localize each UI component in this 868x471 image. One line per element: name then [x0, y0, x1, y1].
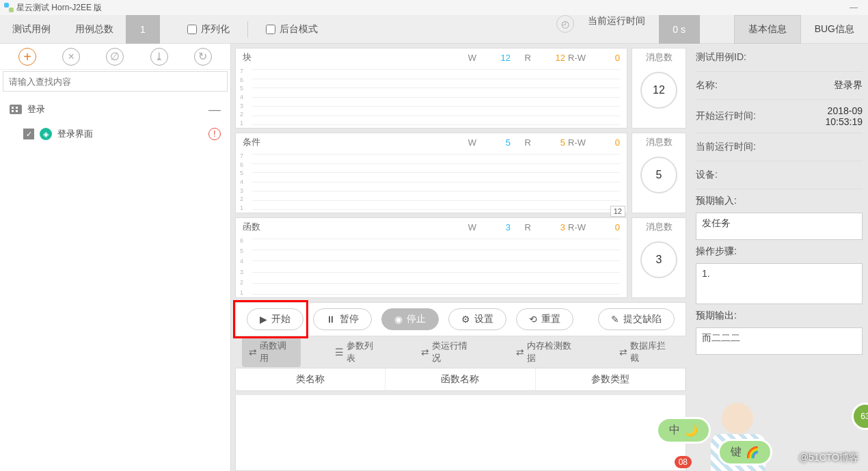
minimize-icon[interactable]: — — [843, 3, 864, 12]
metric-condition: 条件 W5 R5 R-W0 7654321 12 消息数 5 — [235, 133, 686, 213]
metric-block: 块 W12 R12 R-W0 7654321 消息数 12 — [235, 48, 686, 129]
steps-box[interactable]: 1. — [696, 263, 863, 304]
function-chart: 654321 — [236, 236, 627, 297]
search-input[interactable] — [3, 77, 227, 87]
ime-bubble[interactable]: 中🌙 — [656, 417, 711, 444]
import-button[interactable]: ⤓ — [150, 48, 168, 66]
condition-chart: 7654321 12 — [236, 151, 627, 213]
warning-icon: ! — [208, 128, 221, 140]
tree-group[interactable]: 登录 — — [0, 97, 230, 122]
runtime-label: 当前运行时间 — [574, 15, 659, 43]
tab-bug-info[interactable]: BUG信息 — [801, 15, 868, 44]
tooltip-badge: 12 — [610, 206, 625, 217]
tree-group-label: 登录 — [27, 103, 45, 116]
value-name: 登录界 — [834, 79, 863, 92]
watermark: @51CTO博客 — [799, 452, 858, 464]
background-checkbox[interactable]: 后台模式 — [266, 23, 318, 36]
testcase-label: 测试用例 — [0, 23, 63, 36]
stop-button[interactable]: ◉停止 — [381, 308, 439, 330]
avatar-badge: 08 — [675, 456, 692, 468]
refresh-icon: ⟲ — [529, 314, 537, 325]
checkbox-icon[interactable]: ✓ — [23, 129, 34, 139]
metric-name: 块 — [243, 51, 456, 64]
list-icon: ☰ — [335, 347, 344, 358]
page-icon: ◈ — [40, 128, 52, 140]
clock-icon: ◴ — [556, 15, 574, 33]
subtabs: ⇄函数调用 ☰参数列表 ⇄类运行情况 ⇄内存检测数据 ⇄数据库拦截 — [235, 340, 686, 364]
expected-input-box[interactable]: 发任务 — [696, 213, 863, 240]
delete-button[interactable]: × — [62, 48, 80, 66]
topbar: 测试用例 用例总数 1 序列化 后台模式 ◴ 当前运行时间 0 s 基本信息 B… — [0, 15, 868, 44]
subtab-mem[interactable]: ⇄内存检测数据 — [509, 337, 585, 367]
subtab-class-run[interactable]: ⇄类运行情况 — [414, 337, 481, 367]
reset-button[interactable]: ⟲重置 — [516, 308, 573, 330]
collapse-icon[interactable]: — — [208, 103, 221, 117]
stop-icon: ◉ — [394, 314, 403, 325]
total-count: 1 — [126, 15, 160, 44]
table-header: 类名称 函数名称 参数类型 — [235, 368, 686, 391]
label-current-time: 当前运行时间: — [696, 141, 863, 153]
label-start-time: 开始运行时间: — [696, 110, 826, 122]
list-icon: ⇄ — [249, 347, 257, 358]
edit-icon: ✎ — [611, 314, 619, 325]
list-icon: ⇄ — [421, 347, 429, 358]
col-class-name: 类名称 — [236, 368, 385, 390]
metric-function: 函数 W3 R3 R-W0 654321 消息数 3 — [235, 217, 686, 298]
label-device: 设备: — [696, 169, 863, 181]
edit-button[interactable]: ∅ — [106, 48, 124, 66]
submit-defect-button[interactable]: ✎提交缺陷 — [598, 308, 675, 330]
folder-icon — [10, 105, 22, 114]
msg-count-value: 12 — [640, 72, 677, 109]
app-title: 星云测试 Horn-J2EE 版 — [16, 2, 102, 14]
refresh-button[interactable]: ↻ — [194, 48, 212, 66]
ime-bubble-2[interactable]: 键🌈 — [718, 439, 772, 466]
label-expected-output: 预期输出: — [696, 310, 863, 322]
sidebar-toolbar: + × ∅ ⤓ ↻ — [0, 44, 230, 70]
table-body — [235, 395, 686, 471]
msg-count-label: 消息数 — [646, 49, 673, 66]
subtab-func-call[interactable]: ⇄函数调用 — [242, 337, 301, 367]
start-button[interactable]: ▶开始 — [247, 308, 303, 330]
list-icon: ⇄ — [619, 347, 627, 358]
sidebar: + × ∅ ⤓ ↻ 登录 — ✓ ◈ 登录界面 ! — [0, 44, 231, 471]
tree-item-label: 登录界面 — [57, 128, 93, 140]
add-button[interactable]: + — [18, 48, 36, 66]
label-steps: 操作步骤: — [696, 245, 863, 258]
search-input-wrapper — [3, 71, 228, 92]
play-icon: ▶ — [260, 314, 267, 325]
tree-item[interactable]: ✓ ◈ 登录界面 ! — [0, 122, 230, 146]
control-bar: ▶开始 ⏸暂停 ◉停止 ⚙设置 ⟲重置 ✎提交缺陷 — [235, 302, 686, 336]
label-name: 名称: — [696, 79, 834, 92]
serialize-checkbox[interactable]: 序列化 — [187, 23, 230, 36]
runtime-value: 0 s — [659, 15, 700, 44]
gear-icon: ⚙ — [461, 314, 470, 325]
settings-button[interactable]: ⚙设置 — [448, 308, 506, 330]
testcase-tree: 登录 — ✓ ◈ 登录界面 ! — [0, 93, 230, 150]
col-param-type: 参数类型 — [536, 368, 686, 390]
titlebar: 星云测试 Horn-J2EE 版 — — [0, 0, 868, 15]
subtab-db[interactable]: ⇄数据库拦截 — [612, 337, 679, 367]
app-logo-icon — [4, 3, 14, 12]
label-testcase-id: 测试用例ID: — [696, 51, 863, 64]
block-chart: 7654321 — [236, 66, 627, 128]
tab-basic-info[interactable]: 基本信息 — [734, 15, 801, 44]
pause-button[interactable]: ⏸暂停 — [313, 308, 372, 330]
col-func-name: 函数名称 — [385, 368, 535, 390]
pause-icon: ⏸ — [326, 314, 336, 325]
list-icon: ⇄ — [516, 347, 524, 358]
subtab-params[interactable]: ☰参数列表 — [328, 337, 388, 367]
expected-output-box[interactable]: 而二二二 — [696, 327, 863, 355]
separator — [247, 21, 248, 38]
total-label: 用例总数 — [63, 23, 126, 36]
label-expected-input: 预期输入: — [696, 195, 863, 207]
moon-icon: 🌙 — [684, 424, 698, 437]
rainbow-icon: 🌈 — [746, 446, 759, 459]
